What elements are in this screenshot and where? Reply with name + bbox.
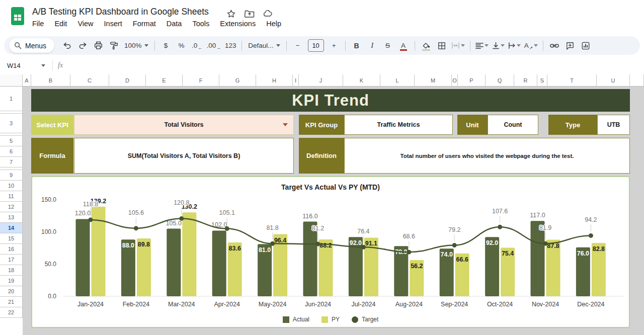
row-header-21[interactable]: 21 [0,297,23,307]
definition-value-cell[interactable]: Total number of users who visited the we… [344,138,630,174]
more-formats-button[interactable]: 123 [223,39,237,52]
row-header-16[interactable]: 16 [0,244,23,255]
row-header-20[interactable]: 20 [0,286,23,297]
menu-view[interactable]: View [77,20,93,28]
row-header-6[interactable]: 6 [0,146,23,157]
insert-link-button[interactable] [547,39,561,52]
row-header-22[interactable]: 22 [0,307,23,318]
formula-value-cell[interactable]: SUM(Total Visitors A, Total Visitors B) [74,138,294,174]
decrease-decimal-button[interactable]: .0 ← [190,39,204,52]
text-color-button[interactable]: A [396,39,411,52]
menu-insert[interactable]: Insert [104,20,122,28]
row-header-11[interactable]: 11 [0,191,23,202]
row-header-12[interactable]: 12 [0,202,23,212]
row-header-9[interactable]: 9 [0,170,23,181]
select-kpi-label-cell[interactable]: Select KPI [31,115,73,135]
column-header-P[interactable]: P [458,74,486,86]
column-header-R[interactable]: R [514,74,537,86]
format-currency-button[interactable]: $ [159,39,173,52]
column-header-O[interactable]: O [452,74,458,86]
column-header-Q[interactable]: Q [486,74,514,86]
italic-button[interactable]: I [365,39,379,52]
row-header-1[interactable]: 1 [0,87,23,111]
vertical-align-button[interactable] [491,39,506,52]
name-box[interactable]: W14 [7,62,45,69]
increase-decimal-button[interactable]: .00 → [206,39,222,52]
print-button[interactable] [91,39,105,52]
menu-extensions[interactable]: Extensions [220,20,256,28]
column-header-B[interactable]: B [31,74,70,86]
select-all-corner[interactable] [0,74,23,86]
kpi-trend-banner[interactable]: KPI Trend [31,89,630,112]
strikethrough-button[interactable]: S [381,39,395,52]
column-header-K[interactable]: K [343,74,380,86]
column-header-I[interactable]: I [293,74,299,86]
type-label-cell[interactable]: Type [548,115,597,135]
definition-label-cell[interactable]: Definition [299,138,344,174]
fill-color-button[interactable] [419,39,433,52]
formula-input[interactable] [63,56,644,74]
google-sheets-logo-icon[interactable] [11,7,25,26]
merge-cells-button[interactable] [450,39,466,52]
row-header-18[interactable]: 18 [0,265,23,276]
document-title[interactable]: A/B Testing KPI Dashboard in Google Shee… [32,7,209,17]
row-header-10[interactable]: 10 [0,181,23,191]
insert-chart-button[interactable] [579,39,593,52]
row-header-19[interactable]: 19 [0,276,23,286]
select-kpi-dropdown[interactable]: Total Visitors [74,115,294,135]
column-header-E[interactable]: E [146,74,183,86]
row-header-3[interactable]: 3 [0,114,23,133]
row-header-7[interactable]: 7 [0,157,23,168]
menu-help[interactable]: Help [266,20,281,28]
column-header-D[interactable]: D [109,74,146,86]
row-header-17[interactable]: 17 [0,255,23,265]
font-size-input[interactable]: 10 [308,39,324,52]
kpi-group-label-cell[interactable]: KPI Group [299,115,344,135]
row-header-14[interactable]: 14 [0,223,23,233]
unit-value-cell[interactable]: Count [488,115,538,135]
redo-button[interactable] [75,39,90,52]
column-header-H[interactable]: H [256,74,293,86]
kpi-trend-chart[interactable]: Target Vs Actual Vs PY (MTD) 150.0100.05… [31,176,630,328]
menu-data[interactable]: Data [167,20,182,28]
kpi-group-value-cell[interactable]: Traffic Metrics [344,115,453,135]
row-header-5[interactable]: 5 [0,136,23,146]
menus-search-button[interactable]: Menus [9,38,54,53]
unit-label-cell[interactable]: Unit [457,115,488,135]
move-folder-icon[interactable] [245,9,255,19]
row-header-15[interactable]: 15 [0,233,23,244]
formula-label-cell[interactable]: Formula [31,138,73,174]
menu-edit[interactable]: Edit [54,20,67,28]
column-header-G[interactable]: G [219,74,256,86]
font-family-control[interactable]: Defaul... [246,42,282,49]
text-rotation-button[interactable]: A ↗ [523,39,539,52]
insert-comment-button[interactable] [563,39,577,52]
borders-button[interactable] [435,39,449,52]
row-header-13[interactable]: 13 [0,212,23,223]
bold-button[interactable]: B [350,39,364,52]
format-percent-button[interactable]: % [175,39,189,52]
type-value-cell[interactable]: UTB [597,115,630,135]
column-header-S[interactable]: S [537,74,547,86]
column-header-M[interactable]: M [415,74,452,86]
column-header-A[interactable]: A [23,74,31,86]
column-header-C[interactable]: C [70,74,109,86]
paint-format-button[interactable] [107,39,121,52]
increase-font-size-button[interactable]: + [327,39,341,52]
decrease-font-size-button[interactable]: − [291,39,305,52]
menu-format[interactable]: Format [133,20,156,28]
horizontal-align-button[interactable] [474,39,490,52]
column-header-L[interactable]: L [380,74,415,86]
column-header-J[interactable]: J [299,74,343,86]
star-icon[interactable] [226,9,236,19]
zoom-control[interactable]: 100% [122,42,150,49]
column-header-T[interactable]: T [547,74,597,86]
text-wrap-button[interactable] [507,39,522,52]
menu-tools[interactable]: Tools [192,20,209,28]
undo-button[interactable] [60,39,74,52]
column-header-F[interactable]: F [183,74,219,86]
legend-item-py: PY [321,316,340,323]
column-header-U[interactable]: U [597,74,630,86]
menu-file[interactable]: File [32,20,44,28]
cloud-status-icon[interactable] [263,9,273,19]
